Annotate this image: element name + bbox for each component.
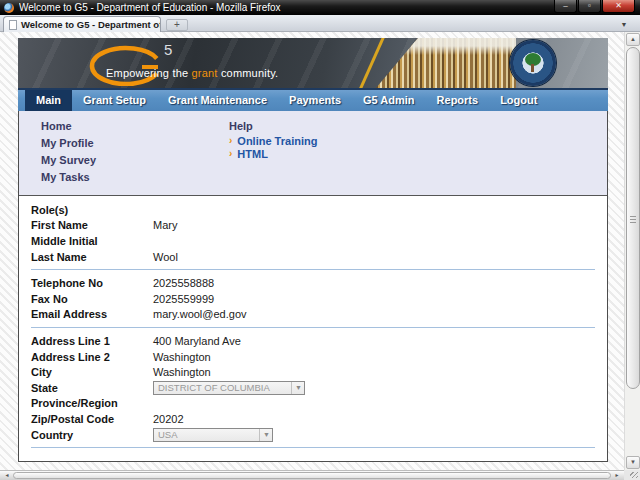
country-select-value: USA (158, 429, 178, 440)
sidebar-item-my-survey[interactable]: My Survey (41, 154, 96, 171)
tagline-grant: grant (192, 67, 218, 79)
g5-logo: 5 (88, 40, 188, 88)
field-row-last-name: Last Name Wool (19, 249, 607, 265)
window-titlebar: Welcome to G5 - Department of Education … (0, 0, 640, 15)
scroll-up-button[interactable]: ▲ (626, 33, 640, 46)
content-container: Home My Profile My Survey My Tasks Help … (18, 111, 608, 462)
sidebar-item-my-profile[interactable]: My Profile (41, 137, 96, 154)
scroll-left-button[interactable]: ◄ (1, 471, 13, 480)
submenu-panel: Home My Profile My Survey My Tasks Help … (19, 111, 607, 196)
sidebar-item-my-tasks[interactable]: My Tasks (41, 171, 96, 188)
field-value: Mary (153, 219, 177, 231)
site-banner: 5 Empowering the grant community. (18, 38, 608, 88)
help-column: Help › Online Training › HTML (229, 120, 317, 161)
field-row-address-1: Address Line 1 400 Maryland Ave (19, 333, 607, 349)
g5-page: 5 Empowering the grant community. Main G… (18, 38, 608, 462)
maximize-button[interactable]: ▫ (578, 0, 601, 13)
chevron-right-icon: › (229, 135, 232, 148)
sidebar-item-home[interactable]: Home (41, 120, 96, 137)
field-row-state: State DISTRICT OF COLUMBIA ▼ (19, 380, 607, 396)
resize-grip (624, 470, 640, 480)
field-row-country: Country USA ▼ (19, 427, 607, 443)
state-select[interactable]: DISTRICT OF COLUMBIA ▼ (153, 381, 305, 395)
firefox-icon (4, 3, 14, 13)
nav-item-reports[interactable]: Reports (426, 90, 490, 111)
field-label: Zip/Postal Code (31, 413, 153, 425)
tagline: Empowering the grant community. (106, 67, 278, 79)
field-label: Role(s) (31, 204, 153, 216)
section-divider (31, 327, 595, 328)
tab-bar: Welcome to G5 - Department of Edu... + ▼ (0, 15, 640, 32)
section-divider (31, 447, 595, 448)
field-label: Email Address (31, 308, 153, 320)
field-value: 2025559999 (153, 293, 214, 305)
logo-5: 5 (164, 41, 172, 58)
horizontal-scrollbar: ◄ ► (0, 470, 624, 480)
field-label: Province/Region (31, 397, 153, 409)
field-row-email: Email Address mary.wool@ed.gov (19, 307, 607, 323)
link-html[interactable]: › HTML (229, 148, 317, 161)
minimize-button[interactable]: – (554, 0, 577, 13)
field-row-middle-initial: Middle Initial (19, 233, 607, 249)
field-row-roles: Role(s) (19, 202, 607, 218)
vertical-scrollbar: ▲ ▼ (624, 32, 640, 470)
field-label: Address Line 2 (31, 351, 153, 363)
nav-item-main[interactable]: Main (25, 90, 72, 111)
field-row-telephone: Telephone No 2025558888 (19, 275, 607, 291)
field-value: Wool (153, 251, 178, 263)
nav-item-grant-setup[interactable]: Grant Setup (72, 90, 157, 111)
field-row-fax: Fax No 2025559999 (19, 291, 607, 307)
submenu-left-column: Home My Profile My Survey My Tasks (41, 120, 96, 188)
main-navbar: Main Grant Setup Grant Maintenance Payme… (18, 88, 608, 111)
field-row-city: City Washington (19, 364, 607, 380)
help-heading: Help (229, 120, 317, 135)
field-label: First Name (31, 219, 153, 231)
field-label: Last Name (31, 251, 153, 263)
country-select[interactable]: USA ▼ (153, 428, 273, 442)
nav-item-payments[interactable]: Payments (278, 90, 352, 111)
tab-title: Welcome to G5 - Department of Edu... (21, 19, 161, 30)
horizontal-scrollbar-thumb[interactable] (13, 472, 611, 479)
chevron-down-icon: ▼ (259, 429, 270, 441)
browser-tab[interactable]: Welcome to G5 - Department of Edu... (3, 16, 161, 32)
field-label: Fax No (31, 293, 153, 305)
chevron-right-icon: › (229, 148, 232, 161)
page-viewport: 5 Empowering the grant community. Main G… (0, 32, 624, 470)
scroll-right-button[interactable]: ► (611, 471, 623, 480)
field-row-first-name: First Name Mary (19, 218, 607, 234)
nav-item-grant-maintenance[interactable]: Grant Maintenance (157, 90, 278, 111)
field-label: Address Line 1 (31, 335, 153, 347)
field-label: State (31, 382, 153, 394)
field-value: 20202 (153, 413, 184, 425)
field-value: 400 Maryland Ave (153, 335, 241, 347)
field-row-zip: Zip/Postal Code 20202 (19, 411, 607, 427)
new-tab-button[interactable]: + (166, 19, 188, 31)
field-label: Middle Initial (31, 235, 153, 247)
field-value: Washington (153, 366, 211, 378)
library-photo (376, 38, 516, 88)
close-button[interactable]: ✕ (602, 0, 635, 13)
field-value: 2025558888 (153, 277, 214, 289)
nav-item-logout[interactable]: Logout (489, 90, 548, 111)
window-title: Welcome to G5 - Department of Education … (19, 2, 553, 13)
education-seal-icon (510, 40, 556, 86)
scroll-down-button[interactable]: ▼ (626, 456, 640, 469)
link-online-training[interactable]: › Online Training (229, 135, 317, 148)
state-select-value: DISTRICT OF COLUMBIA (158, 382, 270, 393)
field-label: Country (31, 429, 153, 441)
page-icon (9, 20, 17, 30)
tab-list-dropdown-icon[interactable]: ▼ (615, 19, 633, 31)
window-controls: – ▫ ✕ (553, 0, 635, 13)
field-row-address-2: Address Line 2 Washington (19, 349, 607, 365)
vertical-scrollbar-thumb[interactable] (626, 47, 640, 389)
field-row-province: Province/Region (19, 396, 607, 412)
field-value: mary.wool@ed.gov (153, 308, 247, 320)
nav-item-g5-admin[interactable]: G5 Admin (352, 90, 426, 111)
chevron-down-icon: ▼ (291, 382, 302, 394)
field-label: Telephone No (31, 277, 153, 289)
section-divider (31, 269, 595, 270)
profile-form: Role(s) First Name Mary Middle Initial L… (19, 196, 607, 461)
field-value: Washington (153, 351, 211, 363)
banner-gold-line (357, 38, 386, 88)
field-label: City (31, 366, 153, 378)
